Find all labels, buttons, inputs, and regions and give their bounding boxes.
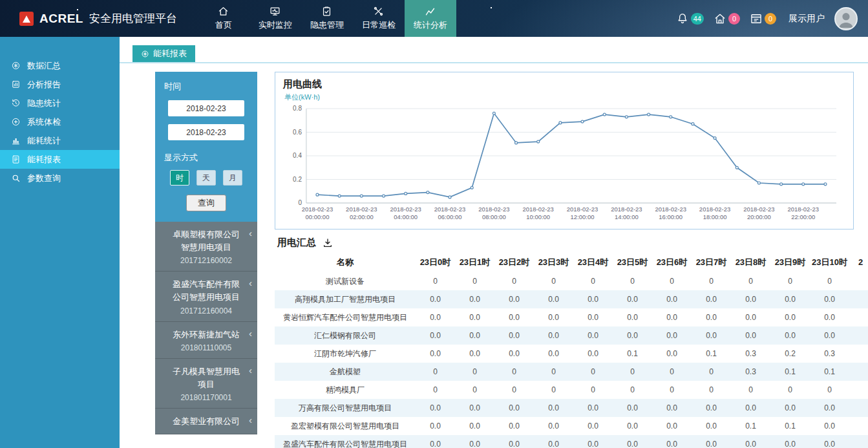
date-to-input[interactable] xyxy=(168,124,244,140)
cell-value: 0 xyxy=(613,363,652,381)
realtime-monitor-icon xyxy=(270,6,281,17)
svg-text:02:00:00: 02:00:00 xyxy=(350,213,374,220)
cell-value: 0.0 xyxy=(416,308,455,326)
cell-value: 0.0 xyxy=(534,417,573,435)
sidebar-item-data-summary[interactable]: 数据汇总 xyxy=(0,56,120,75)
mode-button-天[interactable]: 天 xyxy=(196,170,216,186)
cell-value: 0.0 xyxy=(416,435,455,448)
table-row: 汇仁模钢有限公司0.00.00.00.00.00.00.00.00.00.00.… xyxy=(275,326,868,345)
project-list: 卓顺塑模有限公司智慧用电项目201712160002‹盈盛汽车配件有限公司智慧用… xyxy=(155,222,257,434)
cell-value: 0.0 xyxy=(613,435,652,448)
chevron-left-icon[interactable]: ‹ xyxy=(249,328,252,338)
cell-value: 0 xyxy=(770,272,810,290)
cell-value: 0.0 xyxy=(455,417,494,435)
cell-value: 0.0 xyxy=(455,290,494,308)
summary-table: 名称23日0时23日1时23日2时23日3时23日4时23日5时23日6时23日… xyxy=(275,252,868,448)
hazard-stats-icon xyxy=(11,98,21,108)
row-name: 汇仁模钢有限公司 xyxy=(275,326,416,345)
user-label[interactable]: 展示用户 xyxy=(789,13,825,25)
svg-text:22:00:00: 22:00:00 xyxy=(791,213,815,220)
sidebar-item-label: 数据汇总 xyxy=(27,60,61,72)
nav-item-daily-inspection[interactable]: 日常巡检 xyxy=(353,0,405,37)
mode-button-时[interactable]: 时 xyxy=(170,170,189,186)
sidebar-item-energy-report[interactable]: 能耗报表 xyxy=(0,150,120,169)
cell-value: 0.0 xyxy=(692,399,731,417)
project-code: 201801170001 xyxy=(171,393,242,402)
row-name: 测试新设备 xyxy=(275,272,416,290)
avatar[interactable] xyxy=(834,7,858,30)
cell-value: 0.1 xyxy=(731,417,770,435)
table-row: 盈宏塑模有限公司智慧用电项目0.00.00.00.00.00.00.00.00.… xyxy=(275,417,868,435)
cell-value: 0.0 xyxy=(731,308,770,326)
chevron-left-icon[interactable]: ‹ xyxy=(249,415,252,425)
svg-text:14:00:00: 14:00:00 xyxy=(615,213,639,220)
cell-value: 0.0 xyxy=(652,326,692,345)
cell-value: 0 xyxy=(613,272,652,290)
cell-value: 0 xyxy=(573,272,613,290)
project-name: 盈盛汽车配件有限公司智慧用电项目 xyxy=(171,278,242,304)
sidebar-item-hazard-stats[interactable]: 隐患统计 xyxy=(0,94,120,112)
cell-value: 0.0 xyxy=(652,399,692,417)
cell-value: 0 xyxy=(770,381,810,399)
chevron-left-icon[interactable]: ‹ xyxy=(249,228,252,238)
mode-button-月[interactable]: 月 xyxy=(223,170,242,186)
query-button[interactable]: 查询 xyxy=(186,195,226,211)
download-icon[interactable] xyxy=(323,238,333,248)
cell-value: 0.0 xyxy=(455,435,494,448)
cell-value: 0.0 xyxy=(534,345,573,363)
cell-value: 0.0 xyxy=(573,399,613,417)
sidebar-item-energy-stats[interactable]: 能耗统计 xyxy=(0,131,120,150)
cell-empty xyxy=(849,308,868,326)
message-badge: 0 xyxy=(765,13,776,25)
column-header: 23日5时 xyxy=(613,252,652,272)
chevron-left-icon[interactable]: ‹ xyxy=(249,278,252,288)
app-header: ACREL 安全用电管理平台 首页实时监控隐患管理日常巡检统计分析 44 0 0… xyxy=(0,0,868,37)
cell-value: 0.1 xyxy=(770,417,810,435)
svg-text:16:00:00: 16:00:00 xyxy=(659,213,683,220)
svg-text:2018-02-23: 2018-02-23 xyxy=(611,206,642,213)
cell-value: 0.0 xyxy=(613,417,652,435)
cell-value: 0.0 xyxy=(692,435,731,448)
cell-value: 0 xyxy=(416,381,455,399)
project-item[interactable]: 子凡模具智慧用电项目201801170001‹ xyxy=(155,359,257,409)
tab-energy-report[interactable]: 能耗报表 xyxy=(132,45,195,62)
cell-value: 0.0 xyxy=(810,308,849,326)
nav-item-home[interactable]: 首页 xyxy=(198,0,249,37)
cell-empty xyxy=(849,381,868,399)
svg-text:0.8: 0.8 xyxy=(293,105,302,112)
cell-value: 0.0 xyxy=(534,435,573,448)
nav-item-realtime-monitor[interactable]: 实时监控 xyxy=(249,0,301,37)
svg-text:0.6: 0.6 xyxy=(293,129,302,136)
date-from-input[interactable] xyxy=(168,100,244,116)
svg-text:04:00:00: 04:00:00 xyxy=(394,213,418,220)
project-item[interactable]: 卓顺塑模有限公司智慧用电项目201712160002‹ xyxy=(155,222,257,272)
row-name: 盈宏塑模有限公司智慧用电项目 xyxy=(275,417,416,435)
nav-item-label: 日常巡检 xyxy=(362,19,396,31)
nav-item-hazard-manage[interactable]: 隐患管理 xyxy=(301,0,353,37)
nav-item-label: 首页 xyxy=(215,19,232,31)
cell-value: 0.0 xyxy=(534,326,573,345)
notification-button[interactable]: 44 xyxy=(676,12,704,25)
project-item[interactable]: 东外环新捷加气站201801110005‹ xyxy=(155,322,257,359)
cell-value: 0.0 xyxy=(573,290,613,308)
header-right: 44 0 0 展示用户 xyxy=(676,0,868,37)
cell-value: 0.0 xyxy=(652,308,692,326)
svg-text:12:00:00: 12:00:00 xyxy=(571,213,595,220)
project-item[interactable]: 盈盛汽车配件有限公司智慧用电项目201712160004‹ xyxy=(155,272,257,321)
cell-value: 0.3 xyxy=(731,345,770,363)
message-button[interactable]: 0 xyxy=(750,12,776,25)
sidebar-item-analysis-report[interactable]: 分析报告 xyxy=(0,75,120,94)
cell-value: 0.0 xyxy=(613,308,652,326)
summary-section: 用电汇总 名称23日0时23日1时23日2时23日3时23日4时23日5时23日… xyxy=(275,237,868,448)
cell-value: 0 xyxy=(573,381,613,399)
nav-item-stats-analysis[interactable]: 统计分析 xyxy=(405,0,456,37)
cell-value: 0.0 xyxy=(810,435,849,448)
sidebar-item-param-query[interactable]: 参数查询 xyxy=(0,169,120,187)
svg-text:08:00:00: 08:00:00 xyxy=(482,213,506,220)
chevron-left-icon[interactable]: ‹ xyxy=(249,365,252,375)
project-item[interactable]: 金美塑业有限公司‹ xyxy=(155,409,257,434)
sidebar-item-system-check[interactable]: 系统体检 xyxy=(0,112,120,131)
alarm-button[interactable]: 0 xyxy=(714,12,740,25)
cell-value: 0.0 xyxy=(494,399,534,417)
cell-value: 0.0 xyxy=(534,399,573,417)
